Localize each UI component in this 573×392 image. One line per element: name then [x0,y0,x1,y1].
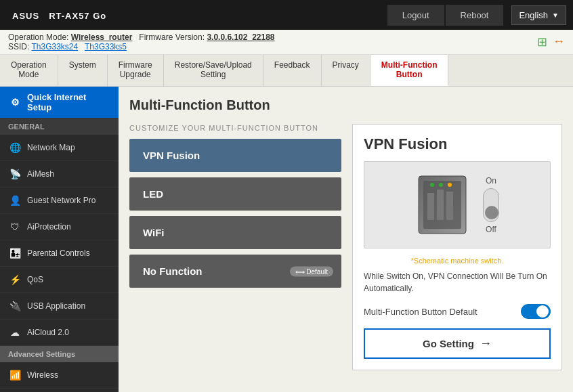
customize-label: CUSTOMIZE YOUR MULTI-FUNCTION BUTTON [129,124,341,132]
switch-container: On Off [483,176,499,234]
sidebar-item-wireless[interactable]: 📶 Wireless [0,362,119,389]
mf-option-led[interactable]: LED [129,177,341,211]
logo-asus: ASUS [12,11,39,21]
header-tabs: Logout Reboot English ▼ [387,5,566,26]
sidebar-item-aiprotection[interactable]: 🛡 AiProtection [0,214,119,240]
usb-icon: 🔌 [8,299,22,313]
sidebar-item-network-map[interactable]: 🌐 Network Map [0,135,119,161]
sidebar-item-label: USB Application [27,301,85,311]
sidebar-item-lan[interactable]: 🔗 LAN [0,389,119,392]
info-bar-text: Operation Mode: Wireless_router Firmware… [8,32,275,51]
mf-layout: CUSTOMIZE YOUR MULTI-FUNCTION BUTTON VPN… [129,124,562,370]
sidebar-item-label: Wireless [27,370,58,380]
mf-default-row: Multi-Function Button Default [364,304,551,319]
qos-icon: ⚡ [8,273,22,286]
main-layout: ⚙ Quick Internet Setup General 🌐 Network… [0,87,573,392]
vpn-description: While Switch On, VPN Connection Will Be … [364,270,551,295]
signal-icon[interactable]: ↔ [553,35,565,49]
mf-option-label: WiFi [143,227,165,238]
sidebar-item-label: Guest Network Pro [27,196,96,205]
page-title: Multi-Function Button [129,97,562,113]
router-visual: On Off [364,161,551,248]
mf-option-no-function[interactable]: No Function ⟺ Default [129,255,341,288]
language-label: English [519,10,548,20]
default-badge: ⟺ Default [290,266,333,276]
sidebar-item-parental-controls[interactable]: 👨‍👧 Parental Controls [0,240,119,267]
guest-network-icon: 👤 [8,194,22,207]
sidebar-item-aicloud[interactable]: ☁ AiCloud 2.0 [0,320,119,346]
mf-default-label: Multi-Function Button Default [364,307,478,317]
switch-off-label: Off [486,225,496,234]
svg-rect-2 [427,193,434,220]
sidebar-item-label: Parental Controls [27,248,90,258]
mf-option-label: LED [143,188,163,200]
go-arrow-icon: → [480,336,492,351]
language-arrow-icon: ▼ [552,12,559,19]
sidebar-item-label: AiCloud 2.0 [27,328,69,337]
switch-on-label: On [486,176,496,186]
toggle-knob [485,206,498,219]
tab-firmware-upgrade[interactable]: FirmwareUpgrade [108,55,164,86]
toggle-switch[interactable] [483,188,499,222]
quick-setup-label: Quick Internet Setup [27,92,110,112]
vpn-fusion-title: VPN Fusion [364,135,551,153]
tab-operation-mode[interactable]: OperationMode [0,55,58,86]
mf-right-panel: VPN Fusion [352,124,562,370]
svg-point-6 [439,183,443,187]
tab-feedback[interactable]: Feedback [263,55,322,86]
sidebar-item-label: QoS [27,275,43,284]
ssid2-link[interactable]: Th3G33ks5 [85,42,127,51]
sidebar-item-label: AiProtection [27,222,71,232]
language-selector[interactable]: English ▼ [511,5,566,25]
go-setting-button[interactable]: Go Setting → [364,328,551,359]
info-icons: ⊞ ↔ [537,35,565,49]
mf-option-vpn-fusion[interactable]: VPN Fusion [129,139,341,172]
logo: ASUS RT-AX57 Go [7,8,106,22]
sidebar-item-label: Network Map [27,143,75,152]
tab-restore-save[interactable]: Restore/Save/UploadSetting [164,55,263,86]
firmware-label: Firmware Version: [139,32,205,42]
ssid-label: SSID: [8,42,29,51]
sidebar-item-qos[interactable]: ⚡ QoS [0,267,119,293]
logo-model: RT-AX57 Go [49,11,106,21]
sidebar-item-guest-network[interactable]: 👤 Guest Network Pro [0,188,119,214]
sidebar-general-section: General [0,118,119,135]
network-icon[interactable]: ⊞ [537,35,547,49]
sidebar: ⚙ Quick Internet Setup General 🌐 Network… [0,87,119,392]
operation-mode-value[interactable]: Wireless_router [71,32,133,42]
sidebar-item-usb-application[interactable]: 🔌 USB Application [0,293,119,320]
content-area: Multi-Function Button CUSTOMIZE YOUR MUL… [119,87,573,392]
wireless-icon: 📶 [8,368,22,382]
svg-point-5 [430,183,434,187]
tab-system[interactable]: System [58,55,108,86]
sidebar-advanced-section: Advanced Settings [0,346,119,362]
svg-rect-3 [437,190,444,220]
mf-option-wifi[interactable]: WiFi [129,216,341,249]
router-svg [415,173,469,237]
reboot-button[interactable]: Reboot [446,5,504,26]
mf-toggle-knob [536,305,549,318]
sidebar-item-aimesh[interactable]: 📡 AiMesh [0,161,119,188]
tab-multi-function[interactable]: Multi-FunctionButton [370,55,449,86]
ssid1-link[interactable]: Th3G33ks24 [31,42,78,51]
operation-mode-label: Operation Mode: [8,32,68,42]
info-bar: Operation Mode: Wireless_router Firmware… [0,30,573,55]
mf-toggle-switch[interactable] [521,304,551,319]
tabs-bar: OperationMode System FirmwareUpgrade Res… [0,55,573,87]
quick-setup-icon: ⚙ [8,95,22,109]
svg-point-7 [448,183,452,187]
logout-button[interactable]: Logout [387,5,444,26]
mf-option-label: No Function [143,265,202,277]
aiprotection-icon: 🛡 [8,220,22,234]
header: ASUS RT-AX57 Go Logout Reboot English ▼ [0,0,573,30]
aicloud-icon: ☁ [8,326,22,339]
parental-controls-icon: 👨‍👧 [8,246,22,260]
sidebar-item-quick-setup[interactable]: ⚙ Quick Internet Setup [0,87,119,118]
schematic-label: *Schematic machine switch. [364,257,551,265]
firmware-value[interactable]: 3.0.0.6.102_22188 [207,32,274,42]
network-map-icon: 🌐 [8,141,22,154]
go-setting-label: Go Setting [423,338,474,349]
mf-option-label: VPN Fusion [143,150,200,161]
aimesh-icon: 📡 [8,167,22,181]
tab-privacy[interactable]: Privacy [322,55,370,86]
